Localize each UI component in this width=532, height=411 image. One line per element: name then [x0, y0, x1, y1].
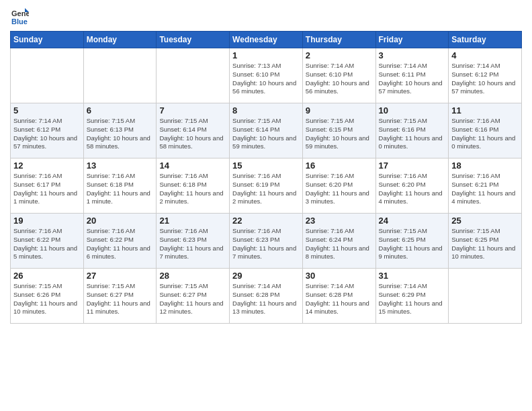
day-cell: 27Sunrise: 7:15 AMSunset: 6:27 PMDayligh…	[83, 269, 157, 324]
day-cell: 19Sunrise: 7:16 AMSunset: 6:22 PMDayligh…	[11, 214, 84, 269]
day-info: Sunrise: 7:15 AMSunset: 6:25 PMDaylight:…	[379, 227, 446, 261]
day-info: Sunrise: 7:16 AMSunset: 6:23 PMDaylight:…	[232, 227, 300, 261]
day-info: Sunrise: 7:16 AMSunset: 6:17 PMDaylight:…	[13, 172, 81, 206]
day-cell: 18Sunrise: 7:16 AMSunset: 6:21 PMDayligh…	[449, 158, 522, 214]
day-info: Sunrise: 7:15 AMSunset: 6:27 PMDaylight:…	[159, 282, 226, 316]
day-number: 16	[306, 161, 373, 171]
day-info: Sunrise: 7:16 AMSunset: 6:23 PMDaylight:…	[159, 227, 226, 261]
day-info: Sunrise: 7:14 AMSunset: 6:12 PMDaylight:…	[13, 117, 81, 151]
day-info: Sunrise: 7:15 AMSunset: 6:25 PMDaylight:…	[451, 227, 519, 261]
calendar-table: SundayMondayTuesdayWednesdayThursdayFrid…	[10, 31, 522, 324]
page: General Blue SundayMondayTuesdayWednesda…	[0, 0, 532, 411]
day-number: 15	[232, 161, 300, 171]
day-number: 10	[379, 105, 446, 116]
weekday-header-monday: Monday	[83, 32, 157, 48]
day-info: Sunrise: 7:16 AMSunset: 6:22 PMDaylight:…	[87, 227, 154, 261]
week-row-3: 12Sunrise: 7:16 AMSunset: 6:17 PMDayligh…	[11, 158, 522, 214]
weekday-header-row: SundayMondayTuesdayWednesdayThursdayFrid…	[11, 32, 522, 48]
day-number: 9	[306, 105, 373, 116]
weekday-header-thursday: Thursday	[302, 32, 375, 48]
day-cell: 30Sunrise: 7:14 AMSunset: 6:28 PMDayligh…	[302, 269, 375, 324]
day-info: Sunrise: 7:14 AMSunset: 6:29 PMDaylight:…	[379, 282, 446, 316]
day-cell: 3Sunrise: 7:14 AMSunset: 6:11 PMDaylight…	[375, 48, 449, 103]
weekday-header-saturday: Saturday	[449, 32, 522, 48]
day-cell: 13Sunrise: 7:16 AMSunset: 6:18 PMDayligh…	[83, 158, 157, 214]
day-number: 26	[13, 271, 81, 281]
day-cell: 9Sunrise: 7:15 AMSunset: 6:15 PMDaylight…	[302, 103, 375, 158]
day-cell: 21Sunrise: 7:16 AMSunset: 6:23 PMDayligh…	[157, 214, 230, 269]
day-cell: 11Sunrise: 7:16 AMSunset: 6:16 PMDayligh…	[449, 103, 522, 158]
day-number: 28	[159, 271, 226, 281]
day-cell	[449, 269, 522, 324]
day-number: 23	[306, 216, 373, 226]
day-cell: 26Sunrise: 7:15 AMSunset: 6:26 PMDayligh…	[11, 269, 84, 324]
day-number: 30	[306, 271, 373, 281]
day-info: Sunrise: 7:15 AMSunset: 6:15 PMDaylight:…	[306, 117, 373, 151]
day-info: Sunrise: 7:14 AMSunset: 6:28 PMDaylight:…	[232, 282, 300, 316]
day-info: Sunrise: 7:15 AMSunset: 6:26 PMDaylight:…	[13, 282, 81, 316]
day-info: Sunrise: 7:16 AMSunset: 6:24 PMDaylight:…	[306, 227, 373, 261]
day-cell: 28Sunrise: 7:15 AMSunset: 6:27 PMDayligh…	[157, 269, 230, 324]
day-number: 27	[87, 271, 154, 281]
day-cell: 10Sunrise: 7:15 AMSunset: 6:16 PMDayligh…	[375, 103, 449, 158]
day-number: 12	[13, 161, 81, 171]
weekday-header-sunday: Sunday	[11, 32, 84, 48]
day-number: 6	[87, 105, 154, 116]
day-info: Sunrise: 7:15 AMSunset: 6:27 PMDaylight:…	[87, 282, 154, 316]
day-cell: 29Sunrise: 7:14 AMSunset: 6:28 PMDayligh…	[230, 269, 303, 324]
day-cell	[157, 48, 230, 103]
day-info: Sunrise: 7:16 AMSunset: 6:18 PMDaylight:…	[87, 172, 154, 206]
day-number: 7	[159, 105, 226, 116]
week-row-4: 19Sunrise: 7:16 AMSunset: 6:22 PMDayligh…	[11, 214, 522, 269]
weekday-header-tuesday: Tuesday	[157, 32, 230, 48]
day-info: Sunrise: 7:15 AMSunset: 6:13 PMDaylight:…	[87, 117, 154, 151]
day-cell: 20Sunrise: 7:16 AMSunset: 6:22 PMDayligh…	[83, 214, 157, 269]
day-cell: 17Sunrise: 7:16 AMSunset: 6:20 PMDayligh…	[375, 158, 449, 214]
day-number: 2	[306, 50, 373, 60]
day-info: Sunrise: 7:16 AMSunset: 6:22 PMDaylight:…	[13, 227, 81, 261]
day-info: Sunrise: 7:16 AMSunset: 6:16 PMDaylight:…	[451, 117, 519, 151]
day-cell: 12Sunrise: 7:16 AMSunset: 6:17 PMDayligh…	[11, 158, 84, 214]
day-cell: 5Sunrise: 7:14 AMSunset: 6:12 PMDaylight…	[11, 103, 84, 158]
day-cell	[11, 48, 84, 103]
day-number: 18	[451, 161, 519, 171]
day-number: 20	[87, 216, 154, 226]
week-row-5: 26Sunrise: 7:15 AMSunset: 6:26 PMDayligh…	[11, 269, 522, 324]
day-info: Sunrise: 7:15 AMSunset: 6:14 PMDaylight:…	[232, 117, 300, 151]
week-row-2: 5Sunrise: 7:14 AMSunset: 6:12 PMDaylight…	[11, 103, 522, 158]
day-number: 29	[232, 271, 300, 281]
day-info: Sunrise: 7:15 AMSunset: 6:16 PMDaylight:…	[379, 117, 446, 151]
day-info: Sunrise: 7:14 AMSunset: 6:11 PMDaylight:…	[379, 62, 446, 96]
day-info: Sunrise: 7:14 AMSunset: 6:28 PMDaylight:…	[306, 282, 373, 316]
day-number: 21	[159, 216, 226, 226]
day-cell: 23Sunrise: 7:16 AMSunset: 6:24 PMDayligh…	[302, 214, 375, 269]
svg-text:Blue: Blue	[11, 17, 28, 26]
day-cell: 22Sunrise: 7:16 AMSunset: 6:23 PMDayligh…	[230, 214, 303, 269]
day-info: Sunrise: 7:15 AMSunset: 6:14 PMDaylight:…	[159, 117, 226, 151]
day-cell: 14Sunrise: 7:16 AMSunset: 6:18 PMDayligh…	[157, 158, 230, 214]
day-info: Sunrise: 7:14 AMSunset: 6:10 PMDaylight:…	[306, 62, 373, 96]
day-number: 24	[379, 216, 446, 226]
day-number: 25	[451, 216, 519, 226]
day-cell: 4Sunrise: 7:14 AMSunset: 6:12 PMDaylight…	[449, 48, 522, 103]
day-number: 4	[451, 50, 519, 60]
day-cell: 6Sunrise: 7:15 AMSunset: 6:13 PMDaylight…	[83, 103, 157, 158]
day-cell: 1Sunrise: 7:13 AMSunset: 6:10 PMDaylight…	[230, 48, 303, 103]
logo: General Blue	[10, 7, 29, 26]
day-cell: 31Sunrise: 7:14 AMSunset: 6:29 PMDayligh…	[375, 269, 449, 324]
day-info: Sunrise: 7:16 AMSunset: 6:18 PMDaylight:…	[159, 172, 226, 206]
day-info: Sunrise: 7:16 AMSunset: 6:21 PMDaylight:…	[451, 172, 519, 206]
day-number: 3	[379, 50, 446, 60]
weekday-header-friday: Friday	[375, 32, 449, 48]
day-info: Sunrise: 7:16 AMSunset: 6:20 PMDaylight:…	[379, 172, 446, 206]
day-cell: 7Sunrise: 7:15 AMSunset: 6:14 PMDaylight…	[157, 103, 230, 158]
day-number: 17	[379, 161, 446, 171]
day-number: 11	[451, 105, 519, 116]
day-number: 19	[13, 216, 81, 226]
day-info: Sunrise: 7:14 AMSunset: 6:12 PMDaylight:…	[451, 62, 519, 96]
day-info: Sunrise: 7:16 AMSunset: 6:19 PMDaylight:…	[232, 172, 300, 206]
day-number: 1	[232, 50, 300, 60]
day-cell: 16Sunrise: 7:16 AMSunset: 6:20 PMDayligh…	[302, 158, 375, 214]
day-cell: 8Sunrise: 7:15 AMSunset: 6:14 PMDaylight…	[230, 103, 303, 158]
day-info: Sunrise: 7:16 AMSunset: 6:20 PMDaylight:…	[306, 172, 373, 206]
